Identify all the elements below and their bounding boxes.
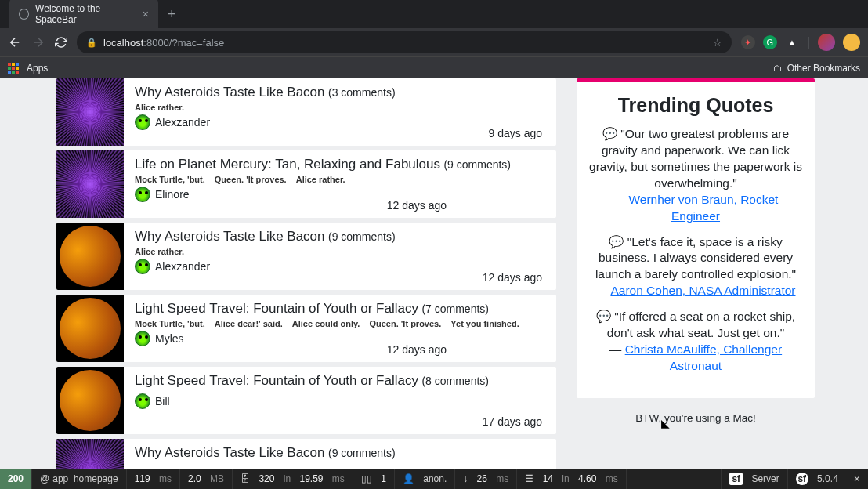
article-row[interactable]: Why Asteroids Taste Like Bacon (9 commen…: [56, 223, 556, 290]
symfony-icon: sf: [729, 473, 743, 485]
article-comments: (3 comments): [328, 86, 396, 99]
user-icon: 👤: [403, 473, 414, 484]
article-thumbnail: [56, 78, 124, 146]
symfony-debug-toolbar[interactable]: 200 @ app_homepage 119 ms 2.0 MB 🗄 320 i…: [0, 469, 868, 489]
tag: Alice could only.: [292, 319, 360, 328]
article-row[interactable]: Why Asteroids Taste Like Bacon (9 commen…: [56, 439, 556, 469]
quote-author-link[interactable]: Christa McAuliffe, Challenger Astronaut: [625, 342, 782, 372]
url-path: :8000/?mac=false: [143, 37, 224, 49]
ajax-time[interactable]: ↓ 26 ms: [455, 469, 517, 489]
load-time[interactable]: 119 ms: [127, 469, 180, 489]
forms-count[interactable]: ▯▯ 1: [353, 469, 395, 489]
comment-icon: 💬: [596, 309, 611, 325]
article-title[interactable]: Light Speed Travel: Fountain of Youth or…: [135, 373, 418, 388]
profile-avatar[interactable]: [818, 34, 835, 51]
article-row[interactable]: Light Speed Travel: Fountain of Youth or…: [56, 367, 556, 434]
extension-icon[interactable]: ✦: [741, 35, 755, 49]
extension-icon[interactable]: ▲: [785, 35, 799, 49]
close-toolbar-icon[interactable]: ×: [846, 473, 868, 485]
author-name: Alexzander: [155, 260, 210, 273]
tag: Alice rather.: [135, 247, 184, 256]
quote: 💬 "Let's face it, space is a risky busin…: [588, 234, 804, 300]
tag: Queen. 'It proves.: [215, 175, 287, 184]
article-title[interactable]: Why Asteroids Taste Like Bacon: [135, 445, 325, 460]
back-icon[interactable]: [8, 35, 22, 49]
address-bar[interactable]: 🔒 localhost:8000/?mac=false ☆: [77, 31, 732, 53]
article-comments: (9 comments): [328, 447, 396, 459]
bookmark-bar: Apps 🗀 Other Bookmarks: [0, 56, 868, 78]
extensions-area: ✦ G ▲ |: [741, 34, 860, 51]
tag: Queen. 'It proves.: [369, 319, 441, 328]
twig-templates[interactable]: ☰ 14 in 4.60 ms: [517, 469, 626, 489]
sidebar-title: Trending Quotes: [588, 94, 804, 117]
article-comments: (9 comments): [443, 158, 511, 171]
route-name[interactable]: @ app_homepage: [32, 469, 127, 489]
article-title[interactable]: Why Asteroids Taste Like Bacon: [135, 85, 325, 100]
article-thumbnail: [56, 295, 124, 362]
tag: Yet you finished.: [450, 319, 519, 328]
db-queries[interactable]: 🗄 320 in 19.59 ms: [233, 469, 353, 489]
author-avatar: [135, 187, 150, 202]
quote-author-link[interactable]: Aaron Cohen, NASA Administrator: [610, 284, 795, 297]
article-thumbnail: [56, 439, 124, 469]
article-time: 12 days ago: [483, 271, 542, 284]
apps-label[interactable]: Apps: [27, 63, 48, 74]
quote: 💬 "If offered a seat on a rocket ship, d…: [588, 309, 804, 375]
quote-text: "Let's face it, space is a risky busines…: [595, 235, 796, 281]
quote-text: "Our two greatest problems are gravity a…: [589, 127, 802, 190]
memory-usage[interactable]: 2.0 MB: [180, 469, 233, 489]
extension-icon[interactable]: G: [763, 35, 777, 49]
article-time: 17 days ago: [483, 415, 542, 428]
article-comments: (7 comments): [421, 302, 489, 315]
server-info[interactable]: sf Server: [721, 469, 787, 489]
article-thumbnail: [56, 223, 124, 290]
reload-icon[interactable]: [55, 36, 67, 49]
browser-tab-bar: Welcome to the SpaceBar × +: [0, 0, 868, 28]
author-name: Elinore: [155, 188, 190, 201]
profile-avatar-2[interactable]: [843, 34, 860, 51]
star-icon[interactable]: ☆: [713, 37, 722, 49]
quote: 💬 "Our two greatest problems are gravity…: [588, 126, 804, 225]
new-tab-button[interactable]: +: [168, 6, 176, 23]
close-icon[interactable]: ×: [143, 8, 149, 20]
other-bookmarks-label: Other Bookmarks: [787, 63, 860, 74]
author-name: Myles: [155, 332, 184, 345]
tag: Alice dear!' said.: [215, 319, 283, 328]
tag: Alice rather.: [296, 175, 345, 184]
author-avatar: [135, 393, 150, 409]
forward-icon[interactable]: [31, 35, 45, 49]
article-tags: Alice rather.: [135, 103, 545, 112]
apps-icon[interactable]: [8, 63, 19, 74]
article-thumbnail: [56, 367, 124, 434]
author-name: Alexzander: [155, 116, 210, 129]
article-row[interactable]: Life on Planet Mercury: Tan, Relaxing an…: [56, 150, 556, 218]
comment-icon: 💬: [602, 126, 617, 143]
quote-author-link[interactable]: Wernher von Braun, Rocket Engineer: [628, 193, 778, 223]
author-avatar: [135, 331, 150, 346]
sidebar: Trending Quotes 💬 "Our two greatest prob…: [577, 78, 815, 469]
status-code[interactable]: 200: [0, 469, 32, 489]
browser-tab[interactable]: Welcome to the SpaceBar ×: [9, 0, 158, 31]
symfony-logo-icon: sf: [796, 473, 808, 485]
author-avatar: [135, 259, 150, 274]
twig-icon: ☰: [525, 473, 533, 484]
article-tags: Mock Turtle, 'but.Queen. 'It proves.Alic…: [135, 175, 545, 184]
symfony-version[interactable]: sf 5.0.4: [787, 469, 846, 489]
author-name: Bill: [155, 395, 170, 408]
article-title[interactable]: Light Speed Travel: Fountain of Youth or…: [135, 301, 418, 316]
article-tags: Alice rather.: [135, 247, 545, 256]
article-thumbnail: [56, 150, 124, 218]
tag: Alice rather.: [135, 103, 184, 112]
comment-icon: 💬: [609, 234, 624, 251]
lock-icon: 🔒: [86, 38, 97, 48]
footer-message: BTW, you're using a Mac!: [577, 412, 815, 424]
security-user[interactable]: 👤 anon.: [395, 469, 455, 489]
tag: Mock Turtle, 'but.: [135, 319, 205, 328]
article-row[interactable]: Why Asteroids Taste Like Bacon (3 commen…: [56, 78, 556, 146]
article-title[interactable]: Life on Planet Mercury: Tan, Relaxing an…: [135, 157, 440, 172]
other-bookmarks[interactable]: 🗀 Other Bookmarks: [773, 63, 860, 74]
ajax-icon: ↓: [463, 473, 468, 484]
article-row[interactable]: Light Speed Travel: Fountain of Youth or…: [56, 295, 556, 362]
quote-text: "If offered a seat on a rocket ship, don…: [607, 310, 795, 339]
article-title[interactable]: Why Asteroids Taste Like Bacon: [135, 229, 325, 244]
